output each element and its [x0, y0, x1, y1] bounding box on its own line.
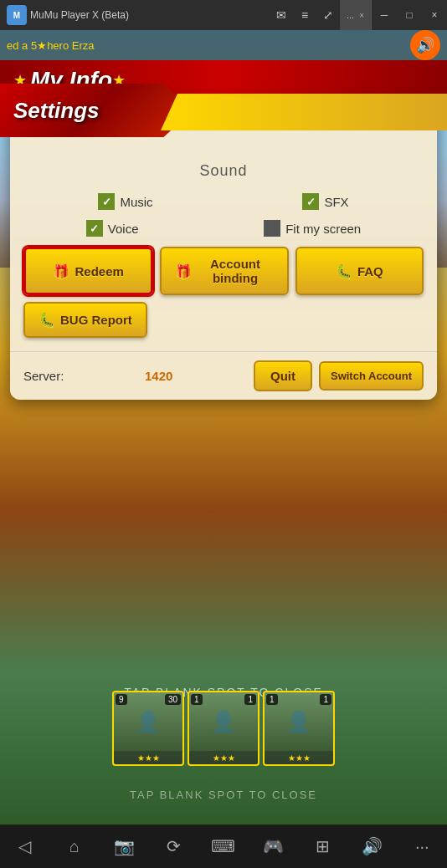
fit-screen-checkbox-item: Fit my screen — [264, 220, 361, 237]
redeem-label: Redeem — [74, 264, 123, 278]
voice-checkbox-item: Voice — [86, 220, 139, 237]
tab-1[interactable]: ... × — [340, 0, 372, 30]
titlebar: M MuMu Player X (Beta) ✉ ≡ ⤢ ... × ─ □ × — [0, 0, 447, 30]
redeem-icon: 🎁 — [53, 263, 69, 279]
char-card-1[interactable]: 1 1 👤 ★★★ — [188, 691, 259, 766]
taskbar-home-button[interactable]: ⌂ — [58, 830, 91, 863]
account-binding-label: Account binding — [197, 257, 273, 285]
checkboxes-row-2: Voice Fit my screen — [23, 220, 424, 237]
char-stars-2: ★★★ — [265, 753, 333, 763]
menu-icon[interactable]: ≡ — [296, 7, 313, 23]
notification-text: ed a 5★hero Erza — [7, 39, 410, 52]
taskbar-multiwin-button[interactable]: ⊞ — [306, 830, 340, 863]
redeem-button[interactable]: 🎁 Redeem — [23, 247, 153, 295]
buttons-row-2: 🐛 BUG Report — [23, 302, 424, 338]
tab1-close[interactable]: × — [359, 11, 364, 20]
voice-checkbox[interactable] — [86, 220, 103, 237]
char-card-2[interactable]: 1 1 👤 ★★★ — [263, 691, 335, 766]
char-level-0: 9 — [116, 694, 127, 705]
tap-blank-text-2: TAP BLANK SPOT TO CLOSE — [0, 789, 447, 801]
email-icon[interactable]: ✉ — [273, 7, 290, 23]
sfx-checkbox-item: SFX — [302, 193, 348, 210]
fit-screen-label: Fit my screen — [285, 222, 361, 236]
characters-row: 9 30 👤 ★★★ 1 1 👤 ★★★ 1 1 👤 ★★★ — [0, 691, 447, 766]
bug-report-button[interactable]: 🐛 BUG Report — [23, 302, 147, 338]
taskbar-more-button[interactable]: ··· — [405, 830, 439, 863]
server-row: Server: 1420 Quit Switch Account — [10, 351, 437, 400]
char-level-2: 1 — [266, 694, 278, 705]
sfx-checkbox[interactable] — [302, 193, 319, 210]
fit-screen-checkbox[interactable] — [264, 220, 280, 237]
account-binding-button[interactable]: 🎁 Account binding — [160, 247, 288, 295]
maximize-button[interactable]: □ — [397, 0, 422, 30]
resize-icon[interactable]: ⤢ — [320, 7, 337, 23]
char-stars-1: ★★★ — [189, 753, 258, 763]
settings-title-deco — [161, 94, 447, 130]
tab1-label: ... — [347, 10, 354, 20]
music-label: Music — [120, 195, 152, 209]
faq-button[interactable]: 🐛 FAQ — [295, 247, 424, 295]
game-area: ed a 5★hero Erza 🔊 ★ My Info ★ Settings … — [0, 30, 447, 833]
close-button[interactable]: × — [422, 0, 447, 30]
notification-bar: ed a 5★hero Erza 🔊 — [0, 30, 447, 60]
section-title-sound: Sound — [23, 162, 424, 180]
bug-icon: 🐛 — [39, 312, 55, 328]
taskbar: ◁ ⌂ 📷 ⟳ ⌨ 🎮 ⊞ 🔊 ··· — [0, 825, 447, 868]
settings-title-wrap: Settings — [10, 100, 437, 142]
taskbar-back-button[interactable]: ◁ — [8, 830, 42, 863]
app-logo: M — [7, 5, 27, 25]
char-stars-0: ★★★ — [114, 753, 182, 763]
minimize-button[interactable]: ─ — [372, 0, 397, 30]
music-checkbox-item: Music — [98, 193, 152, 210]
taskbar-keyboard-button[interactable]: ⌨ — [207, 830, 240, 863]
sfx-label: SFX — [324, 195, 348, 209]
voice-label: Voice — [108, 222, 139, 236]
faq-icon: 🐛 — [336, 263, 352, 279]
window-controls: ─ □ × — [372, 0, 447, 30]
taskbar-camera-button[interactable]: 📷 — [107, 830, 141, 863]
taskbar-gamepad-button[interactable]: 🎮 — [256, 830, 290, 863]
switch-account-button[interactable]: Switch Account — [319, 361, 424, 391]
buttons-grid: 🎁 Redeem 🎁 Account binding 🐛 FAQ — [23, 247, 424, 295]
server-label: Server: — [23, 369, 64, 383]
settings-panel: Settings Sound Music SFX — [10, 100, 437, 400]
char-count-2: 1 — [320, 694, 331, 705]
settings-body: Sound Music SFX Voice — [10, 149, 437, 351]
char-count-1: 1 — [244, 694, 256, 705]
quit-button[interactable]: Quit — [254, 360, 312, 391]
server-value: 1420 — [70, 369, 247, 383]
char-level-1: 1 — [191, 694, 203, 705]
taskbar-volume-button[interactable]: 🔊 — [356, 830, 389, 863]
taskbar-rotate-button[interactable]: ⟳ — [157, 830, 191, 863]
bug-report-label: BUG Report — [60, 313, 132, 327]
music-checkbox[interactable] — [98, 193, 115, 210]
faq-label: FAQ — [357, 264, 383, 278]
char-count-0: 30 — [165, 694, 181, 705]
char-card-0[interactable]: 9 30 👤 ★★★ — [112, 691, 184, 766]
settings-title: Settings — [13, 98, 100, 124]
app-title: MuMu Player X (Beta) — [30, 9, 270, 21]
checkboxes-row-1: Music SFX — [23, 193, 424, 210]
binding-icon: 🎁 — [175, 263, 192, 279]
sound-button[interactable]: 🔊 — [410, 30, 440, 60]
